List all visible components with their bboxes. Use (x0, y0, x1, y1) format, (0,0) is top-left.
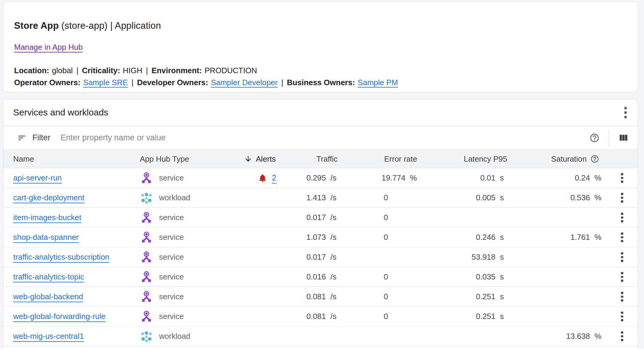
panel-title: Services and workloads (13, 107, 621, 118)
alerts-cell (228, 233, 282, 242)
app-hub-type-cell: service (132, 231, 228, 244)
name-cell: web-global-backend (3, 292, 132, 301)
alerts-cell (228, 292, 282, 302)
row-name-link[interactable]: shop-data-spanner (13, 233, 79, 242)
service-icon (140, 172, 153, 185)
saturation-unit: % (590, 233, 606, 242)
saturation-help-icon[interactable] (590, 154, 599, 163)
row-overflow-menu-button[interactable] (618, 210, 626, 225)
traffic-unit: /s (326, 233, 342, 242)
row-name-link[interactable]: api-server-run (13, 173, 62, 182)
row-overflow-menu-button[interactable] (618, 309, 626, 324)
row-overflow-menu-button[interactable] (618, 289, 626, 305)
app-title-suffix: (store-app) | Application (59, 20, 161, 31)
developer-owners-label: Developer Owners: (137, 78, 208, 87)
traffic-value: 0.017 (282, 252, 326, 262)
row-name-link[interactable]: traffic-analytics-subscription (13, 252, 109, 261)
panel-overflow-menu-button[interactable] (621, 104, 630, 121)
latency-p95-cell: 0.246 s (422, 228, 512, 247)
table-row: web-mig-us-central1 (3, 327, 638, 346)
error-rate-cell (342, 327, 422, 346)
latency-p95-unit: s (495, 252, 512, 262)
saturation-cell: 0.24 % (512, 168, 606, 188)
app-hub-type-label: service (159, 312, 184, 321)
row-overflow-menu-button[interactable] (618, 170, 626, 186)
traffic-unit: /s (326, 272, 342, 282)
error-rate-cell: 0 (342, 188, 422, 207)
app-hub-type-label: service (159, 252, 184, 262)
row-overflow-menu-button[interactable] (618, 229, 626, 245)
business-owners-link[interactable]: Sample PM (358, 78, 398, 87)
operator-owners-link[interactable]: Sample SRE (83, 78, 128, 87)
column-header-alerts[interactable]: Alerts (228, 154, 282, 164)
name-cell: web-global-forwarding-rule (3, 312, 132, 321)
separator: | (281, 78, 283, 87)
error-rate-value: 0 (342, 193, 405, 202)
latency-p95-cell (422, 327, 512, 346)
filter-help-button[interactable] (588, 132, 601, 144)
app-hub-type-cell: service (132, 251, 228, 264)
saturation-cell (512, 208, 606, 227)
service-icon (140, 290, 153, 303)
row-overflow-menu-button[interactable] (618, 249, 626, 265)
row-name-link[interactable]: web-mig-us-central1 (13, 332, 84, 341)
location-label: Location: (14, 66, 49, 75)
services-panel: Services and workloads Filter Name App H… (3, 99, 638, 349)
table-row: traffic-analytics-subscription (3, 247, 638, 267)
column-header-latency-p95[interactable]: Latency P95 (422, 154, 512, 164)
latency-p95-cell: 0.251 s (422, 287, 512, 306)
alert-count-link[interactable]: 2 (272, 173, 276, 183)
row-name-link[interactable]: web-global-backend (13, 292, 83, 301)
name-cell: api-server-run (3, 173, 132, 183)
app-hub-type-label: service (159, 213, 184, 222)
latency-p95-cell: 0.01 s (422, 168, 512, 188)
latency-p95-cell: 0.005 s (422, 188, 512, 207)
row-name-link[interactable]: item-images-bucket (13, 213, 81, 222)
column-display-button[interactable] (617, 131, 630, 145)
name-cell: shop-data-spanner (3, 233, 132, 242)
vertical-divider (609, 130, 609, 146)
row-actions-cell (606, 249, 638, 265)
row-overflow-menu-button[interactable] (618, 190, 626, 206)
developer-owners-link[interactable]: Sampler Developer (211, 78, 278, 87)
more-vert-icon (621, 193, 623, 195)
latency-p95-value: 0.035 (422, 272, 495, 282)
manage-in-app-hub-link[interactable]: Manage in App Hub (14, 43, 83, 52)
alerts-cell (228, 332, 282, 341)
more-vert-icon (621, 213, 623, 215)
column-header-app-hub-type[interactable]: App Hub Type (132, 154, 228, 164)
row-overflow-menu-button[interactable] (618, 328, 626, 344)
separator: | (131, 78, 134, 87)
column-header-name[interactable]: Name (3, 154, 132, 164)
row-name-link[interactable]: traffic-analytics-topic (13, 272, 84, 281)
service-icon (140, 211, 153, 224)
location-value: global (52, 66, 73, 75)
latency-p95-value: 0.005 (422, 193, 495, 202)
row-actions-cell (606, 170, 638, 186)
filter-input[interactable] (60, 133, 588, 143)
app-hub-type-cell: workload (132, 191, 228, 204)
row-actions-cell (606, 229, 638, 245)
traffic-cell: 1.073 /s (282, 228, 342, 247)
saturation-cell (512, 287, 606, 306)
row-actions-cell (606, 328, 638, 344)
column-header-error-rate[interactable]: Error rate (342, 154, 422, 164)
row-overflow-menu-button[interactable] (618, 269, 626, 285)
traffic-unit: /s (326, 213, 342, 222)
service-icon (140, 251, 153, 264)
table-header-row: Name App Hub Type Alerts Traffic Error r… (3, 150, 638, 168)
error-rate-cell: 0 (342, 208, 422, 227)
latency-p95-cell: 0.035 s (422, 267, 512, 287)
traffic-unit: /s (326, 312, 342, 321)
more-vert-icon (621, 252, 623, 255)
column-header-traffic[interactable]: Traffic (282, 154, 342, 164)
row-name-link[interactable]: web-global-forwarding-rule (13, 312, 106, 321)
app-info-card: Store App (store-app) | Application Mana… (3, 1, 638, 92)
row-name-link[interactable]: cart-gke-deployment (13, 193, 84, 202)
error-rate-cell (342, 247, 422, 267)
table-row: item-images-bucket (3, 208, 638, 228)
column-header-saturation[interactable]: Saturation (512, 154, 606, 164)
traffic-value: 1.413 (282, 193, 326, 202)
traffic-cell: 0.017 /s (282, 247, 342, 267)
latency-p95-value: 0.251 (422, 312, 495, 321)
